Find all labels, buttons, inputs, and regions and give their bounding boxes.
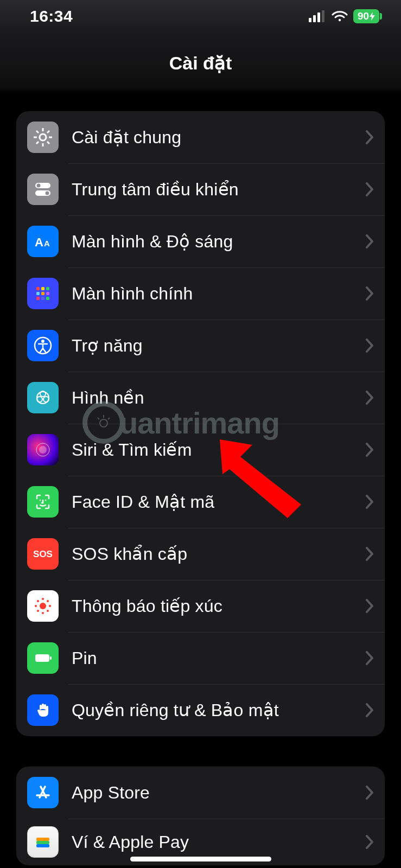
svg-point-44 [49, 605, 51, 607]
row-sos[interactable]: SOS SOS khẩn cấp [16, 528, 385, 580]
svg-rect-50 [50, 656, 52, 660]
row-battery[interactable]: Pin [16, 632, 385, 684]
row-faceid[interactable]: Face ID & Mật mã [16, 476, 385, 528]
svg-text:A: A [44, 239, 50, 248]
svg-rect-0 [309, 18, 311, 22]
row-label: SOS khẩn cấp [72, 544, 365, 564]
svg-rect-55 [36, 841, 49, 844]
row-wallpaper[interactable]: Hình nền [16, 372, 385, 424]
settings-section-store: App Store Ví & Apple Pay [16, 767, 385, 865]
svg-point-17 [46, 192, 49, 195]
chevron-right-icon [365, 130, 374, 144]
toggles-icon [27, 174, 59, 205]
svg-point-41 [42, 598, 44, 600]
row-label: Màn hình & Độ sáng [72, 231, 365, 252]
privacy-hand-icon [27, 694, 59, 726]
gear-icon [27, 122, 59, 153]
chevron-right-icon [365, 651, 374, 665]
svg-point-36 [39, 446, 47, 454]
row-label: Face ID & Mật mã [72, 492, 365, 512]
row-label: Ví & Apple Pay [72, 832, 365, 852]
svg-point-42 [42, 612, 44, 614]
app-store-icon [27, 777, 59, 808]
exposure-icon [27, 590, 59, 622]
battery-icon [27, 642, 59, 674]
row-home-screen[interactable]: Màn hình chính [16, 267, 385, 320]
battery-indicator: 90 [353, 9, 379, 23]
row-label: Cài đặt chung [72, 127, 365, 148]
svg-rect-20 [36, 287, 40, 290]
svg-point-43 [35, 605, 37, 607]
row-exposure[interactable]: Thông báo tiếp xúc [16, 580, 385, 632]
chevron-right-icon [365, 443, 374, 457]
status-time: 16:34 [30, 7, 73, 25]
svg-point-45 [37, 600, 39, 602]
chevron-right-icon [365, 547, 374, 561]
row-display[interactable]: AA Màn hình & Độ sáng [16, 215, 385, 267]
chevron-right-icon [365, 703, 374, 717]
svg-rect-27 [41, 297, 44, 300]
svg-line-11 [47, 142, 49, 144]
svg-line-12 [36, 142, 39, 144]
home-indicator[interactable] [130, 857, 271, 861]
row-siri[interactable]: Siri & Tìm kiếm [16, 424, 385, 476]
svg-text:SOS: SOS [33, 549, 53, 559]
settings-section-main: Cài đặt chung Trung tâm điều khiển AA Mà… [16, 111, 385, 736]
row-accessibility[interactable]: Trợ năng [16, 320, 385, 372]
svg-line-13 [47, 131, 49, 133]
svg-point-40 [40, 603, 46, 609]
chevron-right-icon [365, 835, 374, 849]
row-label: Hình nền [72, 387, 365, 408]
svg-point-37 [40, 500, 41, 501]
svg-point-30 [41, 340, 44, 343]
svg-rect-54 [36, 838, 49, 841]
svg-point-48 [47, 600, 49, 602]
battery-percent: 90 [358, 10, 369, 22]
svg-rect-1 [313, 15, 316, 22]
siri-icon [27, 434, 59, 465]
wifi-icon [332, 10, 348, 22]
chevron-right-icon [365, 339, 374, 353]
chevron-right-icon [365, 786, 374, 800]
row-privacy[interactable]: Quyền riêng tư & Bảo mật [16, 684, 385, 736]
svg-rect-21 [41, 287, 44, 290]
svg-rect-25 [46, 292, 49, 295]
status-right: 90 [309, 9, 379, 23]
row-label: Trợ năng [72, 335, 365, 356]
wallet-icon [27, 826, 59, 858]
sos-icon: SOS [27, 538, 59, 570]
row-label: Màn hình chính [72, 284, 365, 304]
svg-rect-2 [317, 12, 320, 22]
row-app-store[interactable]: App Store [16, 767, 385, 819]
accessibility-icon [27, 330, 59, 361]
svg-point-47 [37, 610, 39, 612]
svg-rect-26 [36, 297, 40, 300]
row-label: Pin [72, 648, 365, 668]
svg-text:A: A [35, 235, 43, 249]
chevron-right-icon [365, 286, 374, 301]
chevron-right-icon [365, 182, 374, 196]
row-general[interactable]: Cài đặt chung [16, 111, 385, 163]
wallpaper-icon [27, 382, 59, 413]
svg-point-33 [43, 397, 49, 402]
row-label: Trung tâm điều khiển [72, 179, 365, 200]
row-label: Thông báo tiếp xúc [72, 596, 365, 616]
svg-rect-28 [46, 297, 49, 300]
svg-rect-24 [41, 292, 44, 295]
text-size-icon: AA [27, 226, 59, 257]
cellular-icon [309, 10, 326, 22]
chevron-right-icon [365, 495, 374, 509]
chevron-right-icon [365, 234, 374, 248]
svg-point-5 [40, 134, 46, 141]
row-label: Quyền riêng tư & Bảo mật [72, 700, 365, 720]
svg-point-46 [47, 610, 49, 612]
row-control-center[interactable]: Trung tâm điều khiển [16, 163, 385, 215]
svg-rect-22 [46, 287, 49, 290]
status-bar: 16:34 90 [0, 0, 401, 33]
svg-rect-23 [36, 292, 40, 295]
svg-rect-56 [36, 844, 49, 847]
svg-point-38 [45, 500, 47, 501]
page-title: Cài đặt [169, 52, 232, 74]
row-label: Siri & Tìm kiếm [72, 439, 365, 460]
svg-point-4 [339, 19, 341, 21]
